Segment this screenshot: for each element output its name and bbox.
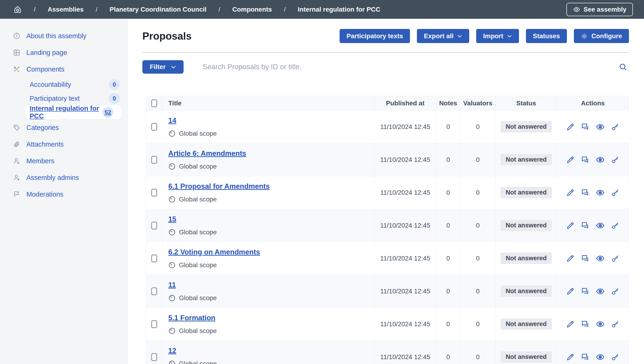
edit-pencil-icon[interactable] [566, 188, 575, 197]
search-icon[interactable] [617, 62, 629, 72]
select-all-checkbox[interactable] [151, 99, 157, 107]
sidebar-item-assembly-admins[interactable]: Assembly admins [0, 169, 128, 186]
proposal-title-link[interactable]: 12 [168, 347, 176, 355]
valuators-count: 0 [460, 275, 496, 308]
sidebar-item-landing-page[interactable]: Landing page [0, 44, 128, 61]
row-checkbox[interactable] [151, 287, 157, 295]
preview-eye-icon[interactable] [596, 287, 605, 296]
permissions-key-icon[interactable] [611, 155, 620, 164]
import-button[interactable]: Import [476, 29, 519, 43]
scope-label: Global scope [179, 228, 217, 236]
edit-pencil-icon[interactable] [566, 254, 575, 263]
table-row: 6.2 Voting on Amendments Global scope 11… [146, 242, 629, 275]
edit-pencil-icon[interactable] [566, 155, 575, 164]
participatory-texts-button[interactable]: Participatory texts [340, 29, 410, 43]
edit-pencil-icon[interactable] [566, 320, 575, 328]
preview-eye-icon[interactable] [596, 221, 605, 230]
edit-pencil-icon[interactable] [566, 287, 575, 296]
valuators-count: 0 [460, 308, 496, 340]
proposal-title-link[interactable]: 15 [168, 215, 176, 223]
sidebar-item-categories[interactable]: Categories [0, 119, 128, 136]
proposal-title-link[interactable]: Article 6: Amendments [168, 149, 246, 158]
sidebar-item-members[interactable]: Members [0, 152, 128, 169]
sidebar-item-attachments[interactable]: Attachments [0, 136, 128, 152]
row-checkbox[interactable] [151, 189, 157, 196]
published-at-cell: 11/10/2024 12:45 [374, 110, 436, 143]
answer-chat-icon[interactable] [581, 122, 590, 131]
answer-chat-icon[interactable] [581, 254, 590, 263]
status-badge: Not answered [500, 286, 552, 297]
sidebar-item-components[interactable]: Components [0, 61, 128, 78]
answer-chat-icon[interactable] [581, 221, 590, 230]
proposal-title-link[interactable]: 6.2 Voting on Amendments [168, 248, 260, 256]
info-icon [13, 32, 20, 40]
table-header-row: Title Published at Notes Valuators Statu… [146, 96, 629, 110]
column-header-actions: Actions [557, 96, 629, 110]
notes-count: 0 [436, 242, 460, 275]
preview-eye-icon[interactable] [596, 188, 605, 197]
row-checkbox[interactable] [151, 222, 157, 230]
row-checkbox[interactable] [151, 353, 157, 361]
notes-count: 0 [436, 275, 460, 308]
published-at-cell: 11/10/2024 12:45 [374, 143, 436, 176]
row-checkbox[interactable] [151, 123, 157, 131]
permissions-key-icon[interactable] [611, 122, 620, 131]
breadcrumb-assemblies[interactable]: Assemblies [48, 6, 84, 13]
answer-chat-icon[interactable] [581, 287, 590, 296]
preview-eye-icon[interactable] [596, 254, 605, 263]
notes-count: 0 [436, 308, 460, 340]
layout-grid-icon [13, 49, 20, 56]
see-assembly-button[interactable]: See assembly [566, 3, 633, 16]
sidebar-item-label: Categories [26, 124, 59, 132]
sidebar-item-moderations[interactable]: Moderations [0, 186, 128, 202]
top-navbar: / Assemblies / Planetary Coordination Co… [0, 0, 644, 19]
row-checkbox[interactable] [151, 156, 157, 164]
scope-label: Global scope [179, 294, 217, 302]
proposal-title-link[interactable]: 11 [168, 281, 176, 289]
table-row: 6.1 Proposal for Amendments Global scope… [146, 176, 629, 209]
permissions-key-icon[interactable] [611, 221, 620, 230]
answer-chat-icon[interactable] [581, 188, 590, 197]
chevron-down-icon [170, 65, 176, 69]
scope-label: Global scope [179, 163, 217, 170]
status-badge: Not answered [500, 187, 552, 198]
permissions-key-icon[interactable] [611, 287, 620, 296]
preview-eye-icon[interactable] [596, 155, 605, 164]
tag-icon [13, 124, 20, 131]
export-all-button[interactable]: Export all [417, 29, 469, 43]
breadcrumb-current-component[interactable]: Internal regulation for PCC [298, 6, 380, 13]
breadcrumb-separator: / [218, 6, 220, 13]
sidebar-item-label: About this assembly [26, 32, 86, 40]
sidebar-subitem-internal-regulation-selected[interactable]: Internal regulation for PCC 52 [26, 105, 121, 119]
search-input[interactable] [202, 63, 617, 71]
sidebar-item-label: Attachments [26, 140, 64, 148]
breadcrumb-assembly-name[interactable]: Planetary Coordination Council [110, 6, 206, 13]
breadcrumb-components[interactable]: Components [232, 6, 272, 13]
permissions-key-icon[interactable] [611, 188, 620, 197]
row-checkbox[interactable] [151, 254, 157, 262]
answer-chat-icon[interactable] [581, 155, 590, 164]
permissions-key-icon[interactable] [611, 353, 620, 362]
answer-chat-icon[interactable] [581, 320, 590, 328]
sidebar-subitem-accountability[interactable]: Accountability 0 [0, 78, 128, 92]
row-checkbox[interactable] [151, 320, 157, 328]
sidebar-subitem-participatory-text[interactable]: Participatory text 0 [0, 92, 128, 105]
proposal-title-link[interactable]: 6.1 Proposal for Amendments [168, 182, 270, 190]
configure-button[interactable]: Configure [574, 29, 629, 43]
edit-pencil-icon[interactable] [566, 221, 575, 230]
filter-button[interactable]: Filter [142, 60, 184, 74]
edit-pencil-icon[interactable] [566, 353, 575, 362]
proposal-title-link[interactable]: 14 [168, 116, 176, 124]
edit-pencil-icon[interactable] [566, 122, 575, 131]
published-at-cell: 11/10/2024 12:45 [374, 308, 436, 340]
permissions-key-icon[interactable] [611, 254, 620, 263]
statuses-button[interactable]: Statuses [526, 29, 567, 43]
permissions-key-icon[interactable] [611, 320, 620, 328]
proposal-title-link[interactable]: 5.1 Formation [168, 314, 215, 322]
preview-eye-icon[interactable] [596, 320, 605, 329]
preview-eye-icon[interactable] [596, 352, 605, 362]
sidebar-item-about[interactable]: About this assembly [0, 28, 128, 44]
home-icon[interactable] [14, 5, 22, 14]
preview-eye-icon[interactable] [596, 122, 605, 132]
answer-chat-icon[interactable] [581, 353, 590, 362]
